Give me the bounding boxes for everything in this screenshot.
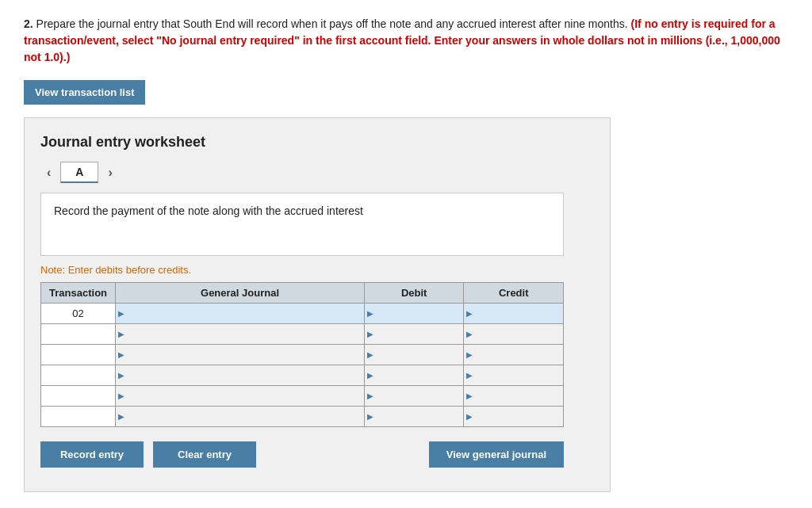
cell-transaction [41, 386, 116, 407]
table-header-row: Transaction General Journal Debit Credit [41, 283, 564, 304]
record-entry-button[interactable]: Record entry [40, 441, 144, 468]
cell-transaction [41, 345, 116, 365]
dropdown-arrow-icon: ▶ [365, 330, 376, 338]
debit-input[interactable] [376, 327, 464, 342]
col-general-journal: General Journal [116, 283, 365, 304]
credit-input[interactable] [475, 388, 563, 403]
debit-input[interactable] [376, 347, 464, 362]
cell-transaction [41, 365, 116, 386]
tab-navigation: ‹ A › [40, 162, 594, 183]
table-row: ▶▶▶ [41, 324, 564, 345]
journal-table: Transaction General Journal Debit Credit… [40, 282, 564, 427]
cell-debit[interactable]: ▶ [364, 407, 464, 427]
cell-general-journal[interactable]: ▶ [116, 304, 365, 324]
buttons-row: Record entry Clear entry View general jo… [40, 441, 564, 468]
cell-credit[interactable]: ▶ [464, 386, 564, 407]
cell-general-journal[interactable]: ▶ [116, 386, 365, 407]
credit-input[interactable] [475, 327, 563, 342]
debit-input[interactable] [376, 409, 464, 424]
question-number: 2. [24, 17, 33, 30]
cell-debit[interactable]: ▶ [364, 324, 464, 345]
table-row: ▶▶▶ [41, 345, 564, 365]
dropdown-arrow-icon: ▶ [116, 309, 127, 318]
cell-credit[interactable]: ▶ [464, 345, 564, 365]
dropdown-arrow-icon: ▶ [464, 392, 475, 400]
cell-general-journal[interactable]: ▶ [116, 407, 365, 427]
cell-debit[interactable]: ▶ [364, 304, 464, 324]
col-debit: Debit [364, 283, 464, 304]
dropdown-arrow-icon: ▶ [116, 392, 127, 400]
description-box: Record the payment of the note along wit… [40, 193, 564, 256]
cell-transaction [41, 407, 116, 427]
cell-credit[interactable]: ▶ [464, 324, 564, 345]
cell-debit[interactable]: ▶ [364, 345, 464, 365]
question-intro: Prepare the journal entry that South End… [36, 17, 628, 30]
dropdown-arrow-icon: ▶ [464, 412, 475, 421]
credit-input[interactable] [475, 368, 563, 383]
journal-input[interactable] [127, 347, 364, 362]
tab-a[interactable]: A [60, 162, 98, 183]
journal-input[interactable] [127, 388, 364, 403]
cell-general-journal[interactable]: ▶ [116, 324, 365, 345]
debit-input[interactable] [376, 306, 464, 321]
dropdown-arrow-icon: ▶ [464, 309, 475, 318]
worksheet-container: Journal entry worksheet ‹ A › Record the… [24, 117, 611, 492]
dropdown-arrow-icon: ▶ [116, 350, 127, 359]
dropdown-arrow-icon: ▶ [365, 412, 376, 421]
question-container: 2. Prepare the journal entry that South … [24, 16, 788, 492]
credit-input[interactable] [475, 306, 563, 321]
note-text: Note: Enter debits before credits. [40, 264, 594, 276]
table-row: 02▶▶▶ [41, 304, 564, 324]
journal-input[interactable] [127, 327, 364, 342]
cell-general-journal[interactable]: ▶ [116, 365, 365, 386]
dropdown-arrow-icon: ▶ [365, 371, 376, 380]
journal-input[interactable] [127, 368, 364, 383]
debit-input[interactable] [376, 388, 464, 403]
col-credit: Credit [464, 283, 564, 304]
dropdown-arrow-icon: ▶ [464, 330, 475, 338]
cell-general-journal[interactable]: ▶ [116, 345, 365, 365]
tab-next-arrow[interactable]: › [102, 162, 118, 183]
dropdown-arrow-icon: ▶ [365, 309, 376, 318]
table-row: ▶▶▶ [41, 365, 564, 386]
cell-transaction: 02 [41, 304, 116, 324]
col-transaction: Transaction [41, 283, 116, 304]
view-general-journal-button[interactable]: View general journal [429, 441, 564, 468]
question-text: 2. Prepare the journal entry that South … [24, 16, 788, 66]
dropdown-arrow-icon: ▶ [365, 392, 376, 400]
cell-credit[interactable]: ▶ [464, 365, 564, 386]
table-row: ▶▶▶ [41, 386, 564, 407]
dropdown-arrow-icon: ▶ [116, 330, 127, 338]
dropdown-arrow-icon: ▶ [116, 412, 127, 421]
worksheet-title: Journal entry worksheet [40, 134, 594, 151]
clear-entry-button[interactable]: Clear entry [153, 441, 256, 468]
journal-input[interactable] [127, 409, 364, 424]
tab-prev-arrow[interactable]: ‹ [40, 162, 57, 183]
cell-debit[interactable]: ▶ [364, 365, 464, 386]
cell-debit[interactable]: ▶ [364, 386, 464, 407]
dropdown-arrow-icon: ▶ [365, 350, 376, 359]
cell-credit[interactable]: ▶ [464, 304, 564, 324]
table-row: ▶▶▶ [41, 407, 564, 427]
view-transaction-button[interactable]: View transaction list [24, 80, 145, 105]
journal-input[interactable] [127, 306, 364, 321]
cell-credit[interactable]: ▶ [464, 407, 564, 427]
dropdown-arrow-icon: ▶ [464, 371, 475, 380]
debit-input[interactable] [376, 368, 464, 383]
dropdown-arrow-icon: ▶ [116, 371, 127, 380]
cell-transaction [41, 324, 116, 345]
credit-input[interactable] [475, 347, 563, 362]
dropdown-arrow-icon: ▶ [464, 350, 475, 359]
credit-input[interactable] [475, 409, 563, 424]
